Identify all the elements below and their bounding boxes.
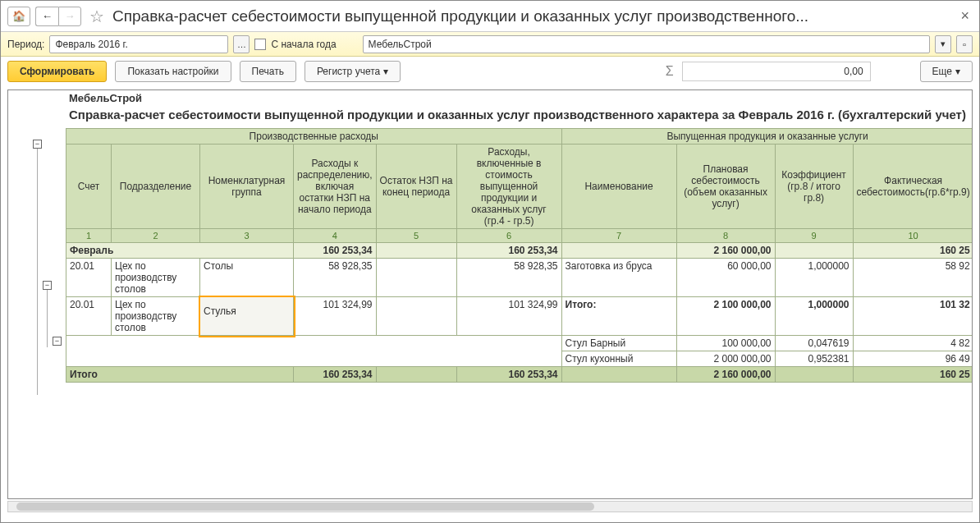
report-table: Производственные расходы Выпущенная прод… <box>66 128 973 383</box>
home-button[interactable]: 🏠 <box>7 7 30 26</box>
period-label: Период: <box>7 39 44 50</box>
col-header: Коэффициент (гр.8 / итого гр.8) <box>775 145 853 229</box>
col-header: Номенклатурная группа <box>200 145 294 229</box>
scrollbar-thumb[interactable] <box>16 502 594 511</box>
col-num: 10 <box>853 229 973 243</box>
favorite-icon[interactable]: ☆ <box>89 7 104 26</box>
table-row[interactable]: Стул Барный 100 000,00 0,047619 4 82 <box>66 336 973 351</box>
period-toolbar: Период: Февраль 2016 г. … С начала года … <box>1 32 979 57</box>
from-start-checkbox[interactable] <box>254 39 266 50</box>
col-group-expenses: Производственные расходы <box>66 129 562 145</box>
org-field[interactable]: МебельСтрой <box>363 35 930 53</box>
total-row[interactable]: Итого 160 253,34 160 253,34 2 160 000,00… <box>66 367 973 383</box>
col-header: Остаток НЗП на конец периода <box>376 145 456 229</box>
tree-collapse-icon[interactable]: − <box>43 281 52 290</box>
period-field[interactable]: Февраль 2016 г. <box>49 35 228 53</box>
col-num: 6 <box>456 229 561 243</box>
back-button[interactable]: ← <box>35 7 58 26</box>
col-num: 7 <box>561 229 676 243</box>
col-header: Наименование <box>561 145 676 229</box>
window-title: Справка-расчет себестоимости выпущенной … <box>112 7 952 25</box>
col-num: 2 <box>112 229 200 243</box>
col-header: Расходы к распределению, включая остатки… <box>294 145 377 229</box>
report-title: Справка-расчет себестоимости выпущенной … <box>66 106 973 123</box>
print-button[interactable]: Печать <box>240 61 296 82</box>
report-area[interactable]: − − − МебельСтрой Справка-расчет себесто… <box>7 89 973 499</box>
table-row[interactable]: 20.01 Цех по производству столов Стулья … <box>66 297 973 336</box>
table-row[interactable]: Стул кухонный 2 000 000,00 0,952381 96 4… <box>66 351 973 367</box>
col-num: 3 <box>200 229 294 243</box>
col-num: 8 <box>676 229 775 243</box>
horizontal-scrollbar[interactable] <box>7 501 973 512</box>
action-toolbar: Сформировать Показать настройки Печать Р… <box>1 57 979 86</box>
col-header: Счет <box>66 145 112 229</box>
report-org: МебельСтрой <box>66 90 973 106</box>
titlebar: 🏠 ← → ☆ Справка-расчет себестоимости вып… <box>1 1 979 32</box>
from-start-label: С начала года <box>271 39 336 50</box>
col-header: Расходы, включенные в стоимость выпущенн… <box>456 145 561 229</box>
period-picker-button[interactable]: … <box>233 35 250 53</box>
show-settings-button[interactable]: Показать настройки <box>115 61 231 82</box>
sum-field[interactable]: 0,00 <box>682 62 871 81</box>
org-value: МебельСтрой <box>369 39 432 50</box>
more-button[interactable]: Еще▾ <box>920 61 973 82</box>
col-group-output: Выпущенная продукция и оказанные услуги <box>561 129 973 145</box>
col-num: 1 <box>66 229 112 243</box>
sum-icon: Σ <box>666 64 674 79</box>
month-row[interactable]: Февраль 160 253,34 160 253,34 2 160 000,… <box>66 243 973 259</box>
col-header: Плановая себестоимость (объем оказанных … <box>676 145 775 229</box>
tree-collapse-icon[interactable]: − <box>33 140 42 149</box>
forward-button[interactable]: → <box>58 7 81 26</box>
table-row[interactable]: 20.01 Цех по производству столов Столы 5… <box>66 259 973 297</box>
col-header: Подразделение <box>112 145 200 229</box>
selected-cell: Стулья <box>200 297 294 336</box>
col-num: 9 <box>775 229 853 243</box>
generate-button[interactable]: Сформировать <box>7 61 107 82</box>
close-icon[interactable]: × <box>957 7 973 25</box>
period-value: Февраль 2016 г. <box>55 39 127 50</box>
col-header: Фактическая себестоимость(гр.6*гр.9) <box>853 145 973 229</box>
col-num: 5 <box>376 229 456 243</box>
org-open-button[interactable]: ▫ <box>956 35 973 53</box>
register-button[interactable]: Регистр учета▾ <box>305 61 401 82</box>
org-dropdown-button[interactable]: ▾ <box>935 35 951 53</box>
app-window: 🏠 ← → ☆ Справка-расчет себестоимости вып… <box>0 0 980 523</box>
col-num: 4 <box>294 229 377 243</box>
tree-collapse-icon[interactable]: − <box>53 337 62 346</box>
